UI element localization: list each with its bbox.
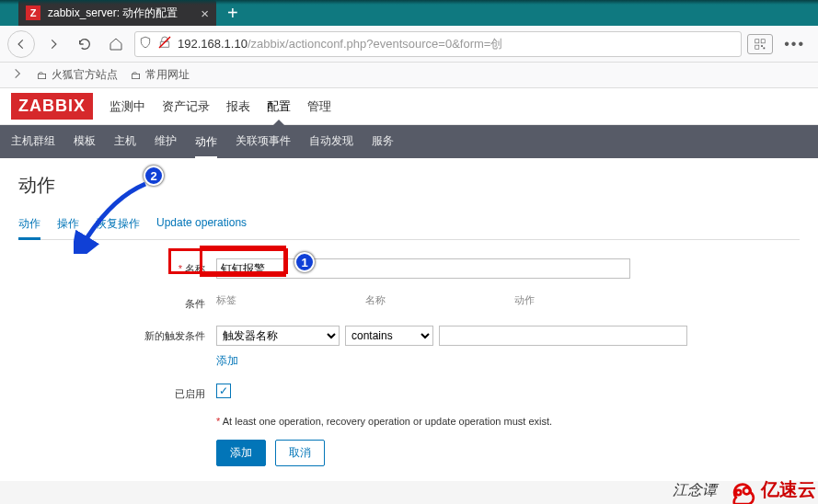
folder-icon: 🗀	[37, 69, 48, 82]
name-input[interactable]	[216, 258, 630, 279]
svg-point-6	[736, 490, 741, 495]
label-enabled: 已启用	[18, 384, 216, 401]
top-menu-item[interactable]: 报表	[226, 98, 250, 115]
bookmark-item[interactable]: 🗀火狐官方站点	[37, 67, 118, 83]
add-condition-link[interactable]: 添加	[216, 354, 238, 367]
form-tab-action[interactable]: 动作	[18, 216, 40, 240]
arrow-left-icon	[15, 38, 28, 51]
arrow-right-icon	[47, 38, 60, 51]
folder-icon: 🗀	[131, 69, 142, 82]
browser-tab-strip: Z zabbix_server: 动作的配置 × +	[0, 0, 818, 26]
condition-type-select[interactable]: 触发器名称	[216, 326, 340, 346]
sub-menu-item[interactable]: 模板	[74, 133, 96, 151]
home-icon	[109, 37, 123, 52]
zabbix-logo[interactable]: ZABBIX	[11, 93, 93, 120]
enabled-checkbox[interactable]: ✓	[216, 384, 231, 398]
svg-rect-4	[761, 45, 763, 47]
insecure-icon	[157, 35, 172, 52]
page-body: 动作 动作 操作 恢复操作 Update operations 名称 条件 标签…	[0, 158, 818, 481]
url-text: 192.168.1.10/zabbix/actionconf.php?event…	[178, 36, 502, 52]
page-title: 动作	[18, 173, 800, 198]
menu-button[interactable]: •••	[778, 36, 811, 52]
shield-icon	[139, 36, 152, 52]
annotation-marker-2: 2	[144, 166, 164, 186]
svg-point-7	[743, 487, 750, 494]
sub-menu-item[interactable]: 主机	[114, 133, 136, 151]
top-menu-item[interactable]: 资产记录	[162, 98, 210, 115]
zabbix-top-menu: ZABBIX 监测中 资产记录 报表 配置 管理	[0, 88, 818, 125]
back-button[interactable]	[7, 30, 35, 58]
sub-menu-item[interactable]: 服务	[372, 133, 394, 151]
label-name: 名称	[18, 258, 216, 276]
cond-header-action: 动作	[514, 293, 535, 307]
top-menu-item[interactable]: 管理	[307, 98, 331, 115]
form-tab-recovery[interactable]: 恢复操作	[96, 217, 140, 230]
browser-nav-bar: 192.168.1.10/zabbix/actionconf.php?event…	[0, 26, 818, 63]
reload-button[interactable]	[72, 31, 98, 57]
condition-value-input[interactable]	[439, 326, 687, 346]
label-conditions: 条件	[18, 293, 216, 311]
sub-menu-item[interactable]: 主机群组	[11, 133, 55, 151]
zabbix-sub-menu: 主机群组 模板 主机 维护 动作 关联项事件 自动发现 服务	[0, 125, 818, 158]
cancel-button[interactable]: 取消	[275, 440, 325, 466]
watermark-text: 江念谭	[673, 481, 717, 500]
top-menu-item[interactable]: 监测中	[109, 98, 145, 115]
cond-header-name: 名称	[365, 293, 386, 307]
warning-text: * At least one operation, recovery opera…	[216, 416, 800, 427]
condition-operator-select[interactable]: contains	[345, 326, 433, 346]
top-menu-item-active[interactable]: 配置	[267, 98, 291, 115]
svg-rect-2	[761, 39, 765, 42]
reload-icon	[77, 37, 92, 52]
sub-menu-item[interactable]: 维护	[155, 133, 177, 151]
new-tab-button[interactable]: +	[216, 3, 249, 24]
annotation-marker-1: 1	[294, 252, 315, 272]
tab-favicon: Z	[26, 6, 40, 20]
svg-rect-5	[764, 47, 766, 49]
sub-menu-item[interactable]: 自动发现	[309, 133, 353, 151]
label-new-condition: 新的触发条件	[18, 326, 216, 343]
bookmark-toggle-icon[interactable]	[11, 67, 24, 83]
bookmark-item[interactable]: 🗀常用网址	[131, 67, 190, 83]
forward-button[interactable]	[40, 31, 66, 57]
bookmark-bar: 🗀火狐官方站点 🗀常用网址	[0, 63, 818, 88]
sub-menu-item[interactable]: 关联项事件	[236, 133, 291, 151]
qr-icon[interactable]	[747, 34, 773, 54]
svg-rect-3	[755, 45, 759, 49]
tab-title: zabbix_server: 动作的配置	[48, 6, 178, 21]
cloud-logo-icon	[726, 475, 759, 504]
home-button[interactable]	[103, 31, 129, 57]
svg-rect-1	[755, 39, 759, 42]
url-bar[interactable]: 192.168.1.10/zabbix/actionconf.php?event…	[134, 31, 742, 57]
add-button[interactable]: 添加	[216, 440, 266, 466]
zabbix-app: ZABBIX 监测中 资产记录 报表 配置 管理 主机群组 模板 主机 维护 动…	[0, 88, 818, 481]
sub-menu-item-active[interactable]: 动作	[195, 134, 217, 159]
form-tabs: 动作 操作 恢复操作 Update operations	[18, 216, 800, 240]
close-icon[interactable]: ×	[201, 6, 209, 21]
watermark-logo: 亿速云	[726, 475, 816, 504]
form-tab-operations[interactable]: 操作	[57, 217, 79, 230]
form-tab-update-ops[interactable]: Update operations	[156, 216, 247, 229]
cond-header-label: 标签	[216, 293, 236, 307]
